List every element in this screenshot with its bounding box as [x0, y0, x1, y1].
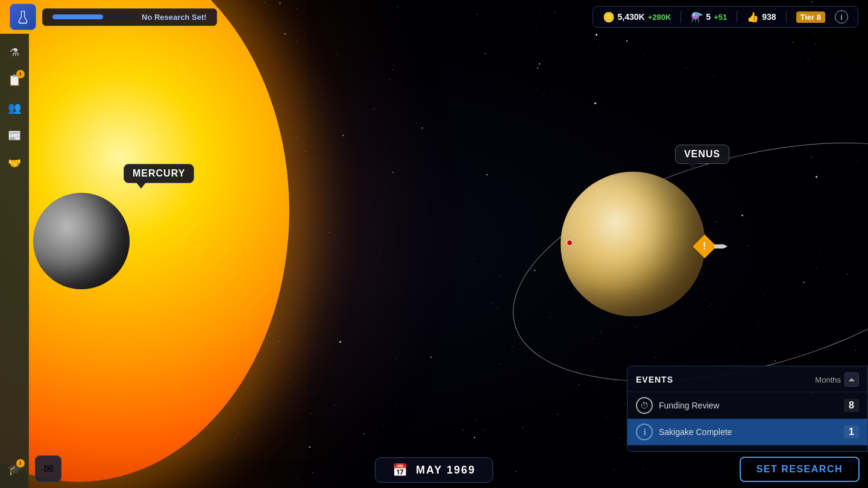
people-icon: 👥 — [8, 101, 21, 114]
date-label: MAY 1969 — [416, 464, 476, 477]
research-status: No Research Set! — [10, 4, 217, 30]
flask-icon — [15, 9, 31, 25]
mercury-planet[interactable] — [33, 193, 130, 289]
events-filter: Months ⏶ — [815, 372, 859, 387]
sidebar-item-personnel[interactable]: 👥 — [3, 96, 26, 119]
email-button[interactable]: ✉ — [35, 455, 61, 482]
date-display: 📅 MAY 1969 — [375, 457, 493, 483]
venus-label[interactable]: VENUS — [675, 145, 729, 164]
spacecraft-red-dot[interactable] — [567, 240, 573, 246]
no-research-text: No Research Set! — [142, 13, 207, 22]
thumbs-value: 938 — [762, 12, 776, 22]
coins-stat: 🪙 5,430K +280K — [603, 11, 671, 23]
flasks-value: 5 — [706, 12, 711, 22]
email-icon: ✉ — [43, 461, 54, 476]
bottom-bar: 📅 MAY 1969 — [0, 452, 868, 488]
sidebar-item-missions[interactable]: 📋 ! — [3, 69, 26, 92]
flask-stat-icon: ⚗️ — [691, 11, 703, 23]
top-bar: No Research Set! 🪙 5,430K +280K ⚗️ 5 +51… — [0, 0, 868, 34]
event-row-sakigake[interactable]: ℹ Sakigake Complete 1 — [627, 419, 867, 445]
no-research-bar: No Research Set! — [42, 8, 217, 26]
research-progress-outer — [52, 14, 137, 19]
sidebar-item-reports[interactable]: 📰 — [3, 124, 26, 147]
research-progress-inner — [52, 14, 103, 19]
spacecraft-body — [714, 243, 728, 250]
venus-planet[interactable] — [561, 172, 705, 316]
divider-1 — [681, 11, 681, 23]
funding-icon: ⏱ — [636, 397, 653, 414]
warning-icon — [693, 234, 717, 258]
stats-bar: 🪙 5,430K +280K ⚗️ 5 +51 👍 938 Tier 8 i — [593, 6, 859, 28]
events-header: EVENTS Months ⏶ — [627, 372, 867, 392]
sidebar-item-contracts[interactable]: 🤝 — [3, 152, 26, 175]
coins-bonus: +280K — [648, 13, 671, 22]
newspaper-icon: 📰 — [8, 129, 21, 142]
calendar-icon: 📅 — [392, 463, 409, 477]
flasks-bonus: +51 — [714, 13, 727, 22]
funding-event-count: 8 — [844, 399, 859, 412]
info-button[interactable]: i — [835, 10, 848, 23]
filter-label: Months — [815, 375, 841, 384]
left-sidebar: ⚗ 📋 ! 👥 📰 🤝 🎓 ! — [0, 34, 29, 488]
sakigake-event-name: Sakigake Complete — [659, 427, 838, 437]
spacecraft-warning[interactable] — [696, 238, 728, 255]
divider-2 — [737, 11, 737, 23]
mercury-label[interactable]: MERCURY — [124, 164, 194, 183]
divider-3 — [786, 11, 787, 23]
event-row-funding[interactable]: ⏱ Funding Review 8 — [627, 392, 867, 419]
tier-badge: Tier 8 — [796, 11, 825, 23]
sakigake-event-count: 1 — [844, 425, 859, 439]
coins-value: 5,430K — [618, 12, 645, 22]
thumbs-icon: 👍 — [747, 11, 759, 23]
coin-icon: 🪙 — [603, 11, 615, 23]
flasks-stat: ⚗️ 5 +51 — [691, 11, 727, 23]
research-icon-button[interactable] — [10, 4, 36, 30]
flask-sidebar-icon: ⚗ — [10, 46, 19, 59]
events-title: EVENTS — [636, 375, 673, 384]
handshake-icon: 🤝 — [8, 157, 21, 170]
filter-button[interactable]: ⏶ — [844, 372, 859, 387]
set-research-button[interactable]: SET RESEARCH — [740, 457, 860, 482]
missions-badge: ! — [16, 70, 25, 78]
sidebar-item-research[interactable]: ⚗ — [3, 41, 26, 64]
sakigake-icon: ℹ — [636, 424, 653, 440]
events-panel: EVENTS Months ⏶ ⏱ Funding Review 8 ℹ Sak… — [627, 366, 868, 452]
funding-event-name: Funding Review — [659, 401, 838, 410]
thumbs-stat: 👍 938 — [747, 11, 776, 23]
